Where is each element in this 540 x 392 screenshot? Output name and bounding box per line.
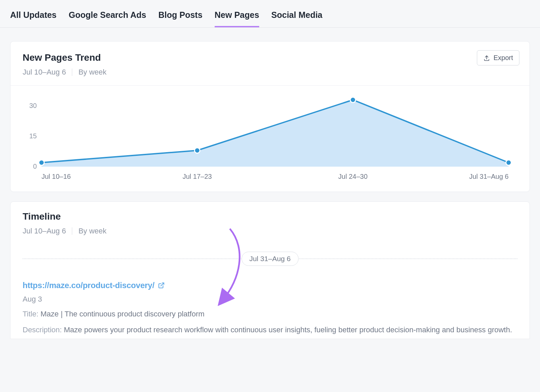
trend-chart: 01530Jul 10–16Jul 17–23Jul 24–30Jul 31–A… — [10, 85, 530, 185]
entry-url-link[interactable]: https://maze.co/product-discovery/ — [23, 281, 165, 290]
timeline-range: Jul 10–Aug 6 — [23, 227, 66, 235]
svg-text:0: 0 — [33, 163, 37, 170]
svg-point-5 — [194, 148, 200, 153]
tabs-bar: All Updates Google Search Ads Blog Posts… — [0, 0, 540, 28]
entry-title-label: Title: — [23, 310, 38, 318]
export-label: Export — [493, 54, 513, 62]
entry-desc-value: Maze powers your product research workfl… — [64, 326, 512, 334]
tab-new-pages[interactable]: New Pages — [215, 10, 259, 27]
svg-line-12 — [161, 283, 164, 286]
export-button[interactable]: Export — [477, 50, 519, 65]
timeline-entry: https://maze.co/product-discovery/ Aug 3… — [10, 259, 530, 335]
timeline-separator: Jul 31–Aug 6 — [23, 258, 517, 259]
svg-text:Jul 31–Aug 6: Jul 31–Aug 6 — [469, 173, 509, 180]
export-icon — [483, 55, 490, 61]
svg-text:30: 30 — [29, 102, 37, 109]
tab-all-updates[interactable]: All Updates — [10, 10, 57, 27]
svg-text:Jul 24–30: Jul 24–30 — [338, 173, 368, 180]
svg-point-6 — [350, 97, 356, 103]
tab-google-search-ads[interactable]: Google Search Ads — [69, 10, 146, 27]
svg-text:Jul 17–23: Jul 17–23 — [183, 173, 212, 180]
timeline-title: Timeline — [23, 211, 517, 222]
external-link-icon — [158, 282, 165, 289]
timeline-date-pill: Jul 31–Aug 6 — [242, 252, 299, 266]
svg-point-4 — [39, 160, 44, 165]
entry-url-text: https://maze.co/product-discovery/ — [23, 281, 155, 290]
entry-desc-row: Description: Maze powers your product re… — [23, 324, 517, 335]
trend-card: Export New Pages Trend Jul 10–Aug 6 By w… — [10, 41, 530, 192]
trend-title: New Pages Trend — [23, 52, 517, 63]
timeline-grouping: By week — [78, 227, 106, 235]
svg-text:Jul 10–16: Jul 10–16 — [42, 173, 71, 180]
entry-desc-label: Description: — [23, 326, 62, 334]
vertical-separator — [72, 227, 72, 235]
vertical-separator — [72, 68, 72, 76]
trend-range: Jul 10–Aug 6 — [23, 68, 66, 77]
trend-grouping: By week — [78, 68, 106, 77]
entry-title-row: Title: Maze | The continuous product dis… — [23, 308, 517, 319]
entry-date: Aug 3 — [23, 295, 517, 304]
entry-title-value: Maze | The continuous product discovery … — [40, 310, 205, 318]
svg-point-7 — [506, 160, 511, 165]
tab-social-media[interactable]: Social Media — [271, 10, 322, 27]
timeline-card: Timeline Jul 10–Aug 6 By week Jul 31–Aug… — [10, 201, 530, 339]
svg-text:15: 15 — [29, 132, 37, 140]
tab-blog-posts[interactable]: Blog Posts — [158, 10, 202, 27]
